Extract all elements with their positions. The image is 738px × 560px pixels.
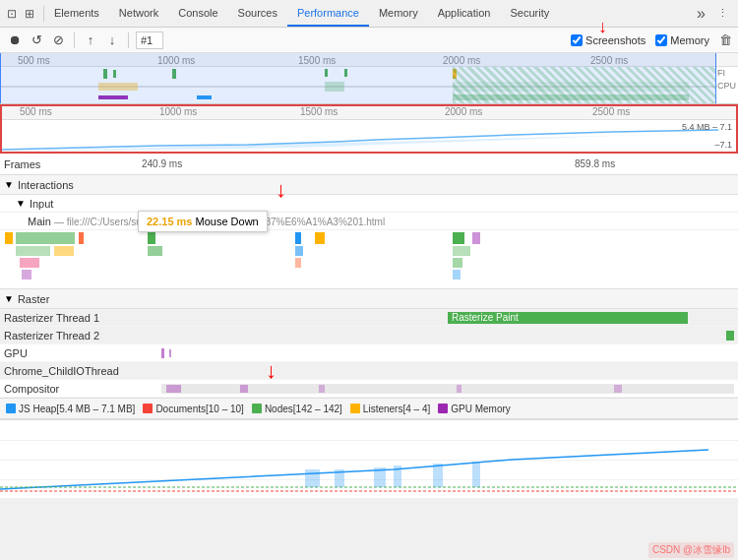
reload-button[interactable]: ↺ — [28, 31, 45, 49]
tab-performance[interactable]: Performance — [287, 0, 369, 27]
legend-node-dot — [252, 404, 262, 413]
tab-sources[interactable]: Sources — [228, 0, 287, 27]
rasterizer2-small-bar — [726, 331, 734, 341]
memory-chart[interactable] — [0, 419, 738, 498]
devtools-nav: ⊡ ⊞ Elements Network Console Sources Per… — [0, 0, 738, 28]
zoom-timeline[interactable]: 500 ms 1000 ms 1500 ms 2000 ms 2500 ms 5… — [0, 104, 738, 154]
svg-rect-7 — [472, 462, 480, 487]
flame-chart[interactable] — [0, 230, 738, 289]
performance-toolbar: ⏺ ↺ ⊘ ↑ ↓ ↓ Screenshots Memory 🗑 — [0, 28, 738, 53]
mb-label: 5.4 MB – 7.1 — [682, 122, 732, 132]
more-tabs-button[interactable]: » — [691, 5, 711, 23]
tab-security[interactable]: Security — [500, 0, 559, 27]
rasterizer2-bars — [161, 329, 734, 342]
svg-rect-2 — [305, 469, 320, 487]
selection-area[interactable] — [0, 53, 716, 103]
input-label: Input — [30, 198, 53, 210]
frames-label: Frames — [4, 158, 83, 170]
svg-rect-4 — [374, 467, 386, 487]
raster-arrow: ▼ — [4, 293, 14, 304]
arrow-compositor-indicator: ↓ — [266, 358, 277, 384]
frame-time-1: 240.9 ms — [142, 158, 182, 169]
upload-button[interactable]: ↑ — [82, 31, 99, 49]
chrome-child-row: Chrome_ChildIOThread — [0, 362, 738, 380]
frame-time-2: 859.8 ms — [575, 158, 615, 169]
tooltip-event: Mouse Down — [196, 216, 259, 227]
event-tooltip: 22.15 ms Mouse Down — [138, 211, 268, 232]
device-icon[interactable]: ⊞ — [22, 6, 37, 22]
flame-block-1 — [5, 232, 13, 244]
tab-memory[interactable]: Memory — [369, 0, 428, 27]
flame-block-10 — [54, 246, 74, 256]
memory-checkbox[interactable] — [655, 34, 667, 46]
compositor-label: Compositor — [4, 383, 161, 395]
mb-label2: –7.1 — [714, 140, 732, 150]
legend-js-dot — [6, 404, 16, 413]
interactions-section[interactable]: ▼ Interactions — [0, 175, 738, 195]
tab-console[interactable]: Console — [168, 0, 227, 27]
compositor-row: Compositor — [0, 380, 738, 398]
record-button[interactable]: ⏺ — [6, 31, 24, 49]
input-section[interactable]: ▼ Input — [0, 195, 738, 213]
svg-rect-3 — [335, 469, 344, 487]
rasterizer1-bars: Rasterize Paint — [161, 311, 734, 325]
legend-documents: Documents[10 – 10] — [143, 404, 244, 414]
legend-listener-dot — [350, 404, 360, 413]
bottom-legend: JS Heap[5.4 MB – 7.1 MB] Documents[10 – … — [0, 398, 738, 419]
input-arrow: ▼ — [16, 198, 26, 209]
overview-timeline[interactable]: 500 ms 1000 ms 1500 ms 2000 ms 2500 ms F… — [0, 53, 738, 104]
gpu-bar-1 — [161, 348, 164, 358]
nav-tabs: Elements Network Console Sources Perform… — [44, 0, 691, 27]
chrome-child-bars — [161, 364, 734, 378]
watermark: CSDN @冰雪缘lb — [648, 542, 734, 558]
screenshots-label: Screenshots — [585, 34, 646, 46]
download-button[interactable]: ↓ — [103, 31, 121, 49]
main-row: Main — file:///C:/Users/suxq/De...%E5%84… — [0, 213, 738, 230]
chrome-child-label: Chrome_ChildIOThread — [4, 365, 161, 377]
flame-block-3 — [79, 232, 84, 244]
overview-labels: FI CPU — [717, 67, 736, 92]
flame-block-14 — [20, 258, 39, 268]
nav-icon-group: ⊡ ⊞ — [4, 6, 44, 22]
toolbar-separator-1 — [74, 32, 75, 48]
memory-checkbox-label[interactable]: Memory — [655, 34, 709, 46]
tab-elements[interactable]: Elements — [44, 0, 109, 27]
flame-block-12 — [295, 246, 303, 256]
profile-input[interactable] — [136, 31, 163, 49]
memory-label: Memory — [670, 34, 709, 46]
legend-nodes: Nodes[142 – 142] — [252, 404, 342, 414]
raster-section-header[interactable]: ▼ Raster — [0, 289, 738, 309]
flame-block-2 — [16, 232, 75, 244]
inspect-icon[interactable]: ⊡ — [4, 6, 20, 22]
svg-rect-6 — [433, 464, 443, 487]
comp-bar-5 — [614, 385, 622, 393]
legend-listeners: Listeners[4 – 4] — [350, 404, 430, 414]
memory-area: 5.4 MB – 7.1 –7.1 — [2, 120, 736, 152]
comp-bar-3 — [319, 385, 325, 393]
gpu-row: GPU — [0, 344, 738, 362]
clear-button[interactable]: ⊘ — [49, 31, 67, 49]
gpu-bar-2 — [169, 349, 171, 357]
frames-row: Frames 240.9 ms 859.8 ms — [0, 154, 738, 175]
screenshots-checkbox-label[interactable]: Screenshots — [571, 34, 646, 46]
settings-button[interactable]: ⋮ — [711, 7, 734, 20]
compositor-bars — [161, 384, 734, 394]
tab-network[interactable]: Network — [109, 0, 168, 27]
tab-application[interactable]: Application — [428, 0, 501, 27]
flame-block-11 — [148, 246, 162, 256]
flame-block-16 — [453, 258, 462, 268]
frames-timeline: 240.9 ms 859.8 ms — [83, 154, 734, 174]
legend-js-text: JS Heap[5.4 MB – 7.1 MB] — [19, 404, 135, 414]
rasterizer2-label: Rasterizer Thread 2 — [4, 330, 161, 342]
interactions-label: Interactions — [18, 179, 74, 191]
main-container: Main — file:///C:/Users/suxq/De...%E5%84… — [0, 213, 738, 230]
comp-bar-2 — [240, 385, 248, 393]
screenshots-checkbox[interactable] — [571, 34, 583, 46]
flame-block-8 — [472, 232, 480, 244]
legend-gpu-dot — [438, 404, 448, 413]
trash-button[interactable]: 🗑 — [719, 32, 732, 47]
gpu-bars — [161, 346, 734, 360]
toolbar-separator-2 — [128, 32, 129, 48]
legend-gpu-text: GPU Memory — [451, 404, 511, 414]
zoom-500: 500 ms — [20, 106, 52, 117]
